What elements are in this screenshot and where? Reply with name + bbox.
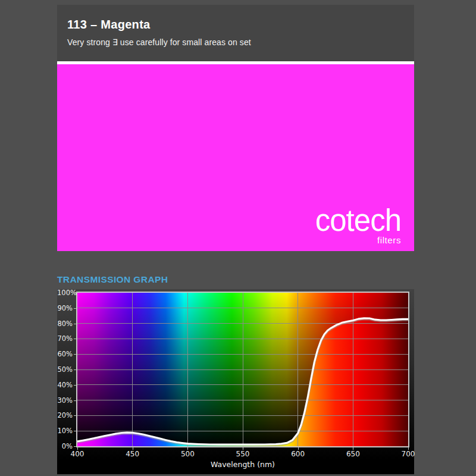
y-tick-label: 90% — [57, 303, 73, 313]
y-tick-label: 60% — [57, 349, 73, 359]
y-tick-mark — [74, 324, 76, 324]
x-tick-mark — [298, 447, 299, 450]
brand-wordmark: cotech — [315, 208, 401, 233]
x-tick-label: 500 — [176, 450, 199, 458]
x-tick-mark — [353, 447, 353, 450]
page-title: 113 – Magenta — [57, 5, 414, 32]
y-tick-label: 80% — [57, 319, 73, 328]
graph-section-title: TRANSMISSION GRAPH — [57, 274, 414, 285]
x-tick-label: 550 — [231, 450, 255, 458]
y-tick-label: 70% — [57, 334, 73, 343]
y-tick-label: 50% — [57, 365, 73, 374]
x-tick-mark — [77, 447, 78, 450]
x-tick-mark — [133, 447, 133, 450]
y-tick-label: 10% — [57, 426, 73, 436]
plot-area — [76, 292, 409, 447]
x-tick-label: 450 — [121, 450, 145, 458]
y-tick-mark — [74, 415, 76, 416]
x-tick-mark — [408, 447, 409, 450]
spectrum-plot-svg — [77, 293, 408, 446]
y-tick-label: 30% — [57, 396, 73, 405]
y-tick-mark — [74, 431, 76, 431]
x-tick-mark — [187, 447, 188, 450]
x-tick-mark — [243, 447, 243, 450]
x-tick-label: 700 — [396, 450, 420, 458]
x-tick-label: 650 — [341, 450, 365, 458]
y-tick-mark — [74, 400, 76, 401]
y-tick-label: 40% — [57, 380, 73, 390]
y-tick-mark — [74, 339, 76, 339]
filter-swatch: cotech filters — [57, 64, 414, 251]
page-subtitle: Very strong ∃ use carefully for small ar… — [57, 32, 414, 47]
y-tick-mark — [74, 385, 76, 386]
x-axis-title: Wavelength (nm) — [76, 460, 409, 469]
y-tick-label: 100% — [57, 288, 73, 298]
x-tick-label: 400 — [65, 450, 89, 458]
y-tick-mark — [74, 446, 76, 447]
brand-logo: cotech filters — [315, 208, 401, 245]
y-tick-mark — [74, 308, 76, 309]
graph-panel: Wavelength (nm) 0%10%20%30%40%50%60%70%8… — [57, 289, 414, 474]
header-card: 113 – Magenta Very strong ∃ use carefull… — [57, 5, 414, 61]
y-tick-mark — [74, 354, 76, 355]
y-tick-mark — [74, 293, 76, 293]
y-tick-mark — [74, 369, 76, 370]
y-tick-label: 20% — [57, 411, 73, 420]
x-tick-label: 600 — [286, 450, 310, 458]
